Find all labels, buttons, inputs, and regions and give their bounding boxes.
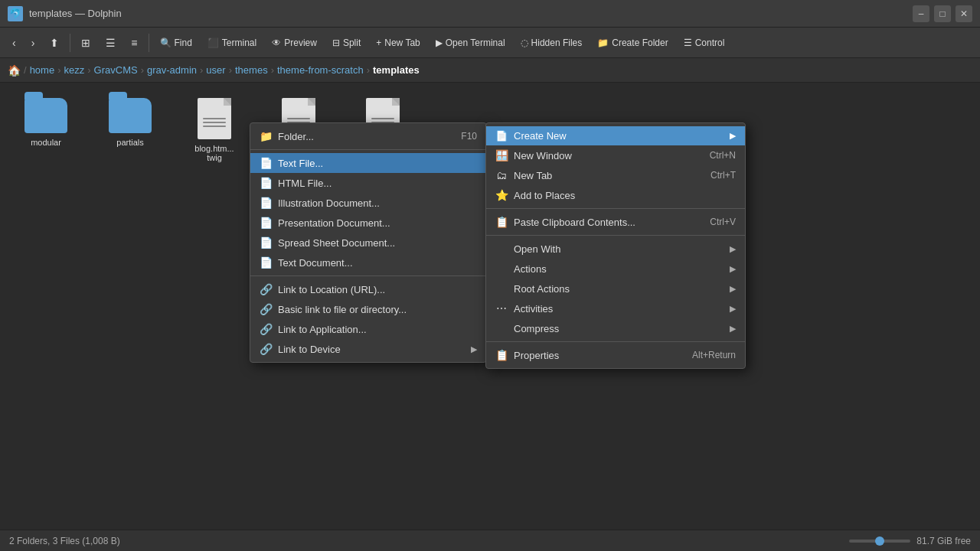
folder-icon [24, 98, 67, 133]
menu-separator-3 [486, 208, 745, 209]
menu-item-new-tab[interactable]: 🗂 New Tab Ctrl+T [486, 165, 745, 185]
bc-kezz[interactable]: kezz [64, 64, 85, 76]
text-file-icon: 📄 [260, 157, 272, 169]
new-tab-button[interactable]: + New Tab [370, 34, 426, 51]
menu-item-new-window[interactable]: 🪟 New Window Ctrl+N [486, 145, 745, 165]
open-terminal-button[interactable]: ▶ Open Terminal [430, 34, 511, 51]
basic-link-icon: 🔗 [260, 303, 272, 315]
hidden-files-button[interactable]: ◌ Hidden Files [514, 34, 589, 51]
minimize-button[interactable]: – [913, 5, 929, 22]
file-item-modular[interactable]: modular [15, 98, 77, 162]
back-button[interactable]: ‹ [6, 34, 22, 52]
free-space: 81.7 GiB free [916, 536, 971, 546]
link-app-icon: 🔗 [260, 323, 272, 335]
menu-item-compress[interactable]: Compress ▶ [486, 318, 745, 338]
bc-grav-admin[interactable]: grav-admin [147, 64, 197, 76]
bc-sep: / [24, 64, 27, 76]
control-button[interactable]: ☰ Control [678, 34, 731, 51]
terminal-button[interactable]: ⬛ Terminal [201, 34, 263, 51]
menu-item-text-doc[interactable]: 📄 Text Document... [250, 253, 486, 272]
menu-item-text-file[interactable]: 📄 Text File... [250, 153, 486, 173]
menu-separator-5 [486, 341, 745, 342]
illustration-icon: 📄 [260, 197, 272, 209]
menu-item-add-places[interactable]: ⭐ Add to Places [486, 185, 745, 205]
spreadsheet-icon: 📄 [260, 236, 272, 249]
menu-item-spreadsheet[interactable]: 📄 Spread Sheet Document... [250, 233, 486, 253]
bc-gravcms[interactable]: GravCMS [94, 64, 138, 76]
menu-item-activities[interactable]: ⋯ Activities ▶ [486, 298, 745, 318]
file-icon [198, 98, 231, 139]
file-item-blog[interactable]: blog.htm...twig [184, 98, 245, 162]
split-button[interactable]: ⊟ Split [326, 34, 367, 51]
menu-item-folder[interactable]: 📁 Folder... F10 [250, 126, 486, 146]
create-new-icon: 📄 [495, 130, 508, 142]
new-tab-icon: 🗂 [495, 169, 508, 181]
menu-separator-4 [486, 235, 745, 236]
menu-item-paste[interactable]: 📋 Paste Clipboard Contents... Ctrl+V [486, 212, 745, 232]
link-device-icon: 🔗 [260, 343, 272, 355]
toolbar-separator-2 [149, 34, 149, 52]
status-info: 2 Folders, 3 Files (1,008 B) [9, 536, 120, 546]
context-menu-main: 📁 Folder... F10 📄 Text File... 📄 HTML Fi… [250, 122, 487, 363]
file-label: modular [31, 138, 61, 147]
menu-separator-2 [250, 276, 486, 276]
forward-button[interactable]: › [25, 34, 41, 52]
menu-item-link-device[interactable]: 🔗 Link to Device ▶ [250, 339, 486, 359]
link-location-icon: 🔗 [260, 283, 272, 295]
create-folder-button[interactable]: 📁 Create Folder [591, 34, 674, 51]
text-doc-icon: 📄 [260, 256, 272, 269]
close-button[interactable]: ✕ [956, 5, 972, 22]
create-new-label: Create New [514, 130, 567, 142]
toolbar: ‹ › ⬆ ⊞ ☰ ≡ 🔍 Find ⬛ Terminal 👁 Preview … [0, 28, 980, 58]
context-menu-create: 📄 Create New ▶ 🪟 New Window Ctrl+N 🗂 New… [485, 122, 746, 369]
breadcrumb: 🏠 / home › kezz › GravCMS › grav-admin ›… [0, 58, 980, 83]
folder-icon [109, 98, 152, 133]
zoom-thumb[interactable] [875, 536, 884, 546]
create-new-header[interactable]: 📄 Create New ▶ [486, 126, 745, 145]
view-details-button[interactable]: ≡ [125, 34, 143, 52]
menu-item-root-actions[interactable]: Root Actions ▶ [486, 279, 745, 298]
html-file-icon: 📄 [260, 177, 272, 189]
menu-item-link-location[interactable]: 🔗 Link to Location (URL)... [250, 279, 486, 299]
view-compact-button[interactable]: ☰ [100, 34, 122, 52]
menu-item-presentation[interactable]: 📄 Presentation Document... [250, 213, 486, 233]
menu-item-open-with[interactable]: Open With ▶ [486, 239, 745, 259]
activities-icon: ⋯ [495, 302, 508, 315]
bc-user[interactable]: user [206, 64, 225, 76]
menu-item-link-app[interactable]: 🔗 Link to Application... [250, 319, 486, 339]
status-bar: 2 Folders, 3 Files (1,008 B) 81.7 GiB fr… [0, 530, 980, 551]
compress-icon [495, 322, 508, 334]
zoom-slider[interactable] [849, 540, 910, 543]
new-window-icon: 🪟 [495, 149, 508, 161]
dolphin-icon: 🐬 [8, 6, 23, 21]
presentation-icon: 📄 [260, 217, 272, 229]
window-controls: – □ ✕ [913, 5, 972, 22]
file-label: partials [116, 138, 143, 147]
zoom-controls: 81.7 GiB free [849, 536, 971, 546]
menu-item-html-file[interactable]: 📄 HTML File... [250, 173, 486, 193]
find-button[interactable]: 🔍 Find [154, 34, 198, 51]
bc-home[interactable]: home [30, 64, 55, 76]
actions-icon [495, 262, 508, 275]
file-label: blog.htm...twig [194, 144, 234, 162]
menu-item-actions[interactable]: Actions ▶ [486, 259, 745, 279]
toolbar-separator [70, 34, 70, 52]
menu-separator [250, 149, 486, 150]
root-actions-icon [495, 282, 508, 295]
title-bar: 🐬 templates — Dolphin – □ ✕ [0, 0, 980, 28]
file-item-partials[interactable]: partials [100, 98, 161, 162]
menu-item-illustration[interactable]: 📄 Illustration Document... [250, 193, 486, 213]
maximize-button[interactable]: □ [934, 5, 951, 22]
view-grid-button[interactable]: ⊞ [75, 34, 96, 52]
preview-button[interactable]: 👁 Preview [266, 34, 323, 51]
up-button[interactable]: ⬆ [44, 34, 65, 52]
menu-item-properties[interactable]: 📋 Properties Alt+Return [486, 345, 745, 365]
add-places-icon: ⭐ [495, 189, 508, 201]
title-bar-left: 🐬 templates — Dolphin [8, 6, 122, 21]
folder-icon: 📁 [260, 130, 272, 142]
bc-theme-from-scratch[interactable]: theme-from-scratch [277, 64, 364, 76]
paste-icon: 📋 [495, 216, 508, 228]
menu-item-basic-link[interactable]: 🔗 Basic link to file or directory... [250, 299, 486, 319]
bc-themes[interactable]: themes [235, 64, 268, 76]
bc-current: templates [373, 64, 420, 76]
